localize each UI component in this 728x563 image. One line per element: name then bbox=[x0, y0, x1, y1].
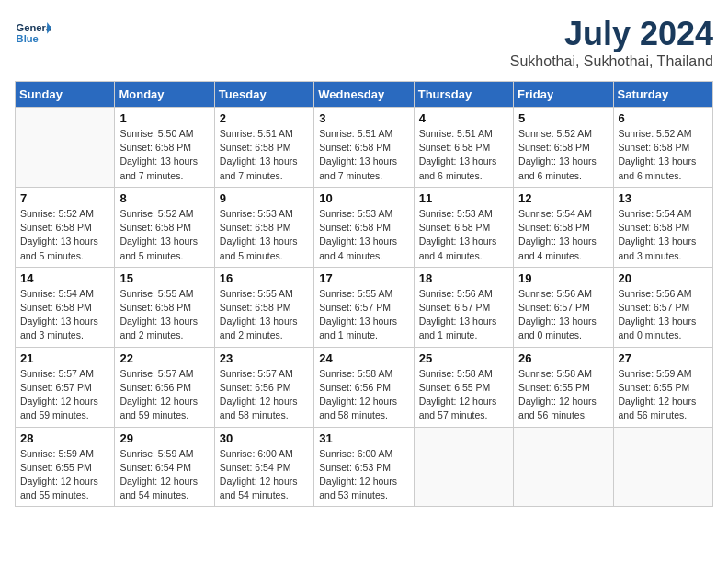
day-info: Sunrise: 5:52 AMSunset: 6:58 PMDaylight:… bbox=[20, 207, 109, 263]
calendar-week-row: 21Sunrise: 5:57 AMSunset: 6:57 PMDayligh… bbox=[16, 347, 713, 427]
day-number: 20 bbox=[619, 271, 708, 285]
calendar-title: July 2024 bbox=[510, 15, 713, 53]
calendar-day-cell: 16Sunrise: 5:55 AMSunset: 6:58 PMDayligh… bbox=[214, 267, 313, 347]
calendar-day-cell: 3Sunrise: 5:51 AMSunset: 6:58 PMDaylight… bbox=[314, 108, 414, 188]
calendar-day-cell: 28Sunrise: 5:59 AMSunset: 6:55 PMDayligh… bbox=[16, 427, 115, 507]
title-block: July 2024 Sukhothai, Sukhothai, Thailand bbox=[510, 15, 713, 70]
day-number: 5 bbox=[518, 111, 608, 125]
calendar-day-cell: 6Sunrise: 5:52 AMSunset: 6:58 PMDaylight… bbox=[613, 108, 712, 188]
day-number: 12 bbox=[518, 191, 608, 205]
day-info: Sunrise: 5:53 AMSunset: 6:58 PMDaylight:… bbox=[319, 207, 408, 263]
day-info: Sunrise: 5:56 AMSunset: 6:57 PMDaylight:… bbox=[419, 287, 508, 343]
calendar-header-cell: Monday bbox=[115, 82, 214, 108]
day-info: Sunrise: 5:51 AMSunset: 6:58 PMDaylight:… bbox=[319, 127, 408, 183]
day-info: Sunrise: 5:51 AMSunset: 6:58 PMDaylight:… bbox=[419, 127, 508, 183]
calendar-day-cell: 14Sunrise: 5:54 AMSunset: 6:58 PMDayligh… bbox=[16, 267, 115, 347]
day-number: 30 bbox=[220, 431, 309, 445]
day-info: Sunrise: 6:00 AMSunset: 6:53 PMDaylight:… bbox=[319, 447, 408, 503]
calendar-day-cell: 7Sunrise: 5:52 AMSunset: 6:58 PMDaylight… bbox=[16, 187, 115, 267]
day-number: 2 bbox=[220, 111, 309, 125]
day-info: Sunrise: 5:54 AMSunset: 6:58 PMDaylight:… bbox=[518, 207, 608, 263]
calendar-day-cell: 19Sunrise: 5:56 AMSunset: 6:57 PMDayligh… bbox=[514, 267, 613, 347]
calendar-subtitle: Sukhothai, Sukhothai, Thailand bbox=[510, 53, 713, 70]
calendar-day-cell: 11Sunrise: 5:53 AMSunset: 6:58 PMDayligh… bbox=[414, 187, 513, 267]
page-header: General Blue July 2024 Sukhothai, Sukhot… bbox=[15, 15, 713, 70]
calendar-header-cell: Sunday bbox=[16, 82, 115, 108]
calendar-day-cell: 23Sunrise: 5:57 AMSunset: 6:56 PMDayligh… bbox=[214, 347, 313, 427]
calendar-day-cell: 26Sunrise: 5:58 AMSunset: 6:55 PMDayligh… bbox=[514, 347, 613, 427]
day-number: 16 bbox=[220, 271, 309, 285]
calendar-day-cell bbox=[613, 427, 712, 507]
day-info: Sunrise: 5:55 AMSunset: 6:58 PMDaylight:… bbox=[119, 287, 209, 343]
calendar-day-cell: 20Sunrise: 5:56 AMSunset: 6:57 PMDayligh… bbox=[613, 267, 712, 347]
svg-text:Blue: Blue bbox=[17, 33, 39, 44]
day-number: 13 bbox=[619, 191, 708, 205]
day-number: 17 bbox=[319, 271, 408, 285]
calendar-day-cell: 29Sunrise: 5:59 AMSunset: 6:54 PMDayligh… bbox=[115, 427, 214, 507]
calendar-day-cell: 8Sunrise: 5:52 AMSunset: 6:58 PMDaylight… bbox=[115, 187, 214, 267]
day-number: 25 bbox=[419, 351, 508, 365]
day-info: Sunrise: 5:57 AMSunset: 6:56 PMDaylight:… bbox=[220, 367, 309, 423]
day-info: Sunrise: 5:58 AMSunset: 6:55 PMDaylight:… bbox=[419, 367, 508, 423]
calendar-day-cell bbox=[514, 427, 613, 507]
calendar-header-cell: Thursday bbox=[414, 82, 513, 108]
svg-text:General: General bbox=[17, 22, 51, 33]
day-info: Sunrise: 5:59 AMSunset: 6:54 PMDaylight:… bbox=[119, 447, 209, 503]
day-info: Sunrise: 5:55 AMSunset: 6:57 PMDaylight:… bbox=[319, 287, 408, 343]
day-info: Sunrise: 5:54 AMSunset: 6:58 PMDaylight:… bbox=[20, 287, 109, 343]
calendar-day-cell: 30Sunrise: 6:00 AMSunset: 6:54 PMDayligh… bbox=[214, 427, 313, 507]
calendar-day-cell: 21Sunrise: 5:57 AMSunset: 6:57 PMDayligh… bbox=[16, 347, 115, 427]
day-number: 27 bbox=[619, 351, 708, 365]
calendar-day-cell: 24Sunrise: 5:58 AMSunset: 6:56 PMDayligh… bbox=[314, 347, 414, 427]
calendar-week-row: 1Sunrise: 5:50 AMSunset: 6:58 PMDaylight… bbox=[16, 108, 713, 188]
day-info: Sunrise: 5:54 AMSunset: 6:58 PMDaylight:… bbox=[619, 207, 708, 263]
calendar-header-cell: Tuesday bbox=[214, 82, 313, 108]
calendar-table: SundayMondayTuesdayWednesdayThursdayFrid… bbox=[15, 81, 713, 507]
day-info: Sunrise: 5:51 AMSunset: 6:58 PMDaylight:… bbox=[220, 127, 309, 183]
calendar-header-cell: Wednesday bbox=[314, 82, 414, 108]
day-number: 26 bbox=[518, 351, 608, 365]
calendar-week-row: 28Sunrise: 5:59 AMSunset: 6:55 PMDayligh… bbox=[16, 427, 713, 507]
day-number: 28 bbox=[20, 431, 109, 445]
calendar-day-cell: 17Sunrise: 5:55 AMSunset: 6:57 PMDayligh… bbox=[314, 267, 414, 347]
day-number: 24 bbox=[319, 351, 408, 365]
day-info: Sunrise: 5:50 AMSunset: 6:58 PMDaylight:… bbox=[119, 127, 209, 183]
day-info: Sunrise: 5:58 AMSunset: 6:55 PMDaylight:… bbox=[518, 367, 608, 423]
calendar-day-cell: 13Sunrise: 5:54 AMSunset: 6:58 PMDayligh… bbox=[613, 187, 712, 267]
day-number: 22 bbox=[119, 351, 209, 365]
calendar-day-cell: 22Sunrise: 5:57 AMSunset: 6:56 PMDayligh… bbox=[115, 347, 214, 427]
day-number: 15 bbox=[119, 271, 209, 285]
calendar-day-cell: 25Sunrise: 5:58 AMSunset: 6:55 PMDayligh… bbox=[414, 347, 513, 427]
calendar-week-row: 14Sunrise: 5:54 AMSunset: 6:58 PMDayligh… bbox=[16, 267, 713, 347]
day-number: 14 bbox=[20, 271, 109, 285]
day-number: 18 bbox=[419, 271, 508, 285]
calendar-day-cell: 18Sunrise: 5:56 AMSunset: 6:57 PMDayligh… bbox=[414, 267, 513, 347]
day-number: 7 bbox=[20, 191, 109, 205]
calendar-day-cell: 1Sunrise: 5:50 AMSunset: 6:58 PMDaylight… bbox=[115, 108, 214, 188]
day-info: Sunrise: 5:56 AMSunset: 6:57 PMDaylight:… bbox=[619, 287, 708, 343]
day-number: 10 bbox=[319, 191, 408, 205]
day-info: Sunrise: 5:55 AMSunset: 6:58 PMDaylight:… bbox=[220, 287, 309, 343]
calendar-day-cell: 31Sunrise: 6:00 AMSunset: 6:53 PMDayligh… bbox=[314, 427, 414, 507]
calendar-day-cell: 12Sunrise: 5:54 AMSunset: 6:58 PMDayligh… bbox=[514, 187, 613, 267]
calendar-header-row: SundayMondayTuesdayWednesdayThursdayFrid… bbox=[16, 82, 713, 108]
day-info: Sunrise: 5:52 AMSunset: 6:58 PMDaylight:… bbox=[619, 127, 708, 183]
calendar-day-cell: 15Sunrise: 5:55 AMSunset: 6:58 PMDayligh… bbox=[115, 267, 214, 347]
day-number: 6 bbox=[619, 111, 708, 125]
day-number: 29 bbox=[119, 431, 209, 445]
logo: General Blue bbox=[15, 15, 55, 52]
day-info: Sunrise: 5:59 AMSunset: 6:55 PMDaylight:… bbox=[619, 367, 708, 423]
day-number: 23 bbox=[220, 351, 309, 365]
day-number: 8 bbox=[119, 191, 209, 205]
day-info: Sunrise: 5:57 AMSunset: 6:56 PMDaylight:… bbox=[119, 367, 209, 423]
calendar-day-cell: 5Sunrise: 5:52 AMSunset: 6:58 PMDaylight… bbox=[514, 108, 613, 188]
calendar-day-cell: 2Sunrise: 5:51 AMSunset: 6:58 PMDaylight… bbox=[214, 108, 313, 188]
calendar-day-cell: 27Sunrise: 5:59 AMSunset: 6:55 PMDayligh… bbox=[613, 347, 712, 427]
calendar-day-cell bbox=[16, 108, 115, 188]
calendar-header-cell: Saturday bbox=[613, 82, 712, 108]
day-info: Sunrise: 5:53 AMSunset: 6:58 PMDaylight:… bbox=[220, 207, 309, 263]
day-number: 9 bbox=[220, 191, 309, 205]
day-number: 19 bbox=[518, 271, 608, 285]
day-info: Sunrise: 5:52 AMSunset: 6:58 PMDaylight:… bbox=[119, 207, 209, 263]
day-number: 3 bbox=[319, 111, 408, 125]
